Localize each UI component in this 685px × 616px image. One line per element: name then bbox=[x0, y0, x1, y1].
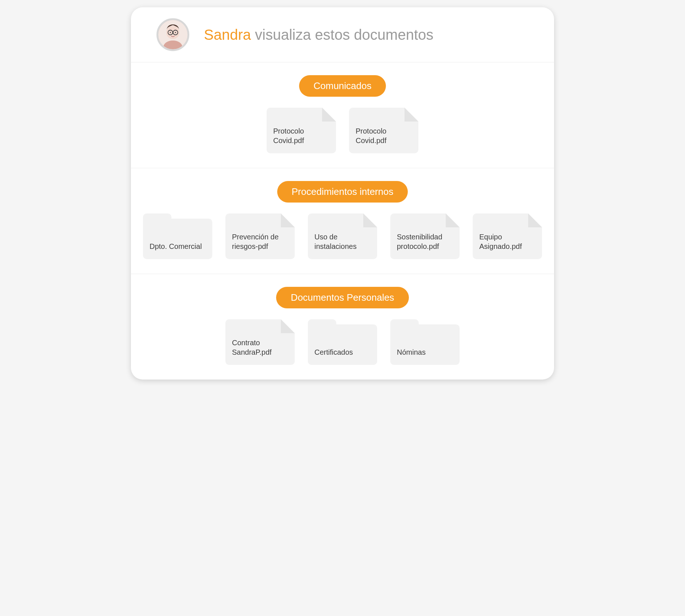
avatar-icon bbox=[158, 20, 187, 49]
file-label: Contrato SandraP.pdf bbox=[232, 338, 288, 357]
folder-label: Dpto. Comercial bbox=[150, 242, 202, 251]
file-label: Sostenibilidad protocolo.pdf bbox=[397, 232, 453, 251]
card-header: Sandra visualiza estos documentos bbox=[131, 7, 554, 62]
file-label: Protocolo Covid.pdf bbox=[273, 126, 329, 145]
file-label: Prevención de riesgos-pdf bbox=[232, 232, 288, 251]
document-folder[interactable]: Certificados bbox=[308, 324, 377, 365]
section-pill: Procedimientos internos bbox=[277, 181, 408, 203]
folder-label: Nóminas bbox=[397, 347, 426, 357]
page-title: Sandra visualiza estos documentos bbox=[204, 26, 433, 43]
section-personales: Documentos Personales Contrato SandraP.p… bbox=[131, 274, 554, 380]
user-avatar bbox=[156, 18, 189, 51]
section-comunicados: Comunicados Protocolo Covid.pdf Protocol… bbox=[131, 62, 554, 168]
svg-point-7 bbox=[175, 32, 176, 33]
section-procedimientos: Procedimientos internos Dpto. Comercial … bbox=[131, 168, 554, 274]
file-label: Uso de instalaciones bbox=[314, 232, 371, 251]
document-file[interactable]: Prevención de riesgos-pdf bbox=[225, 213, 295, 259]
document-file[interactable]: Sostenibilidad protocolo.pdf bbox=[390, 213, 460, 259]
document-file[interactable]: Contrato SandraP.pdf bbox=[225, 319, 295, 365]
folder-label: Certificados bbox=[314, 347, 353, 357]
file-label: Protocolo Covid.pdf bbox=[356, 126, 412, 145]
document-folder[interactable]: Dpto. Comercial bbox=[143, 219, 212, 259]
document-file[interactable]: Uso de instalaciones bbox=[308, 213, 377, 259]
user-name: Sandra bbox=[204, 27, 251, 43]
document-viewer-card: Sandra visualiza estos documentos Comuni… bbox=[131, 7, 554, 380]
document-file[interactable]: Protocolo Covid.pdf bbox=[349, 108, 418, 153]
items-row: Dpto. Comercial Prevención de riesgos-pd… bbox=[143, 213, 542, 259]
file-label: Equipo Asignado.pdf bbox=[479, 232, 535, 251]
items-row: Protocolo Covid.pdf Protocolo Covid.pdf bbox=[267, 108, 418, 153]
document-file[interactable]: Protocolo Covid.pdf bbox=[267, 108, 336, 153]
svg-point-6 bbox=[170, 32, 171, 33]
document-file[interactable]: Equipo Asignado.pdf bbox=[473, 213, 542, 259]
items-row: Contrato SandraP.pdf Certificados Nómina… bbox=[225, 319, 460, 365]
section-pill: Documentos Personales bbox=[276, 287, 409, 308]
section-pill: Comunicados bbox=[299, 75, 386, 97]
document-folder[interactable]: Nóminas bbox=[390, 324, 460, 365]
title-suffix: visualiza estos documentos bbox=[251, 27, 433, 43]
